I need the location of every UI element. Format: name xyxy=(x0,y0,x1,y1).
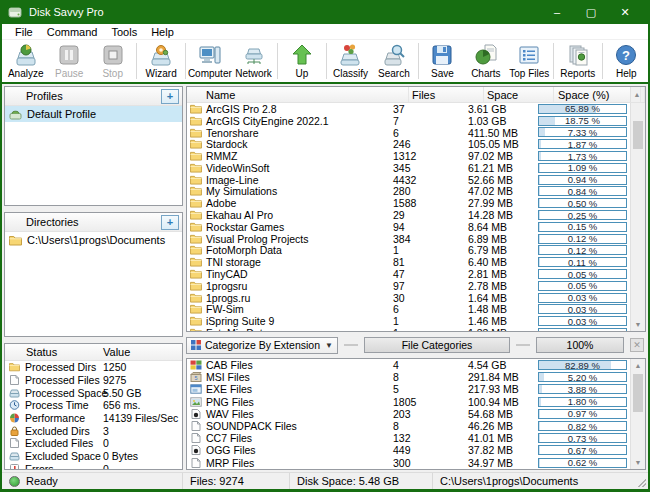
column-header-space-pct[interactable]: Space (%) xyxy=(554,87,630,102)
table-row[interactable]: iSpring Suite 9 1 1.46 MB 0.03 % xyxy=(187,315,630,327)
network-icon xyxy=(242,43,266,67)
table-row[interactable]: 1progs.ru 30 1.64 MB 0.03 % xyxy=(187,292,630,304)
menu-item-file[interactable]: File xyxy=(8,26,40,38)
toolbar-button-charts[interactable]: Charts xyxy=(464,41,507,82)
table-row[interactable]: EXE Files 5 217.93 MB 3.88 % xyxy=(187,383,630,395)
scrollbar-thumb[interactable] xyxy=(633,121,643,149)
table-row[interactable]: OGG Files 449 37.82 MB 0.67 % xyxy=(187,444,630,456)
status-row[interactable]: Processed Files 9275 xyxy=(5,374,182,387)
status-row[interactable]: Performance 14139 Files/Sec xyxy=(5,412,182,425)
profile-item[interactable]: Default Profile xyxy=(5,106,182,122)
status-row[interactable]: Excluded Files 0 xyxy=(5,437,182,450)
space-percent-bar: 0.73 % xyxy=(538,433,627,443)
table-row[interactable]: Adobe 1588 27.99 MB 0.50 % xyxy=(187,197,630,209)
table-row[interactable]: TNI storage 81 6.40 MB 0.11 % xyxy=(187,256,630,268)
status-row[interactable]: Excluded Dirs 3 xyxy=(5,424,182,437)
categorize-dropdown[interactable]: Categorize By Extension ▼ xyxy=(186,337,338,354)
error-icon xyxy=(9,464,20,470)
folder-icon xyxy=(190,257,202,267)
computer-icon xyxy=(198,43,222,67)
status-row[interactable]: Processed Dirs 1250 xyxy=(5,361,182,374)
scroll-down-arrow[interactable]: ▼ xyxy=(631,456,645,469)
status-row[interactable]: Excluded Space 0 Bytes xyxy=(5,450,182,463)
toolbar-button-wizard[interactable]: Wizard xyxy=(139,41,182,82)
save-icon xyxy=(430,43,454,67)
table-row[interactable]: Tenorshare 6 411.50 MB 7.33 % xyxy=(187,127,630,139)
directory-item[interactable]: C:\Users\1progs\Documents xyxy=(5,232,182,248)
toolbar-button-classify[interactable]: Classify xyxy=(329,41,372,82)
table-row[interactable]: 1progsru 97 2.78 MB 0.05 % xyxy=(187,280,630,292)
table-row[interactable]: PNG Files 1805 100.94 MB 1.80 % xyxy=(187,396,630,408)
add-profile-button[interactable]: + xyxy=(161,89,179,104)
table-row[interactable]: ArcGIS CityEngine 2022.1 7 1.03 GB 18.75… xyxy=(187,115,630,127)
table-row[interactable]: Image-Line 4432 52.66 MB 0.94 % xyxy=(187,174,630,186)
column-header-files[interactable]: Files xyxy=(409,87,484,102)
status-panel: Status Value Processed Dirs 1250 Process… xyxy=(4,343,183,470)
table-row[interactable]: Rockstar Games 94 8.64 MB 0.15 % xyxy=(187,221,630,233)
toolbar-button-help[interactable]: ? Help xyxy=(605,41,648,82)
table-row[interactable]: TinyCAD 47 2.81 MB 0.05 % xyxy=(187,268,630,280)
column-header-space[interactable]: Space xyxy=(484,87,554,102)
close-button[interactable]: ✕ xyxy=(608,0,642,24)
splitter-handle[interactable] xyxy=(344,344,358,346)
maximize-button[interactable]: ▢ xyxy=(574,0,608,24)
space-percent-bar: 18.75 % xyxy=(538,116,627,126)
msi-icon: 5 xyxy=(190,372,202,382)
space-percent-bar: 0.94 % xyxy=(538,175,627,185)
table-row[interactable]: Stardock 246 105.05 MB 1.87 % xyxy=(187,138,630,150)
menu-item-command[interactable]: Command xyxy=(40,26,105,38)
menu-item-tools[interactable]: Tools xyxy=(104,26,144,38)
table-row[interactable]: CAB Files 4 4.54 GB 82.89 % xyxy=(187,359,630,371)
toolbar-button-analyze[interactable]: Analyze xyxy=(4,41,47,82)
minimize-button[interactable]: – xyxy=(540,0,574,24)
status-row[interactable]: Process Time 656 ms. xyxy=(5,399,182,412)
table-row[interactable]: WAV Files 203 54.68 MB 0.97 % xyxy=(187,408,630,420)
file-list-scrollbar[interactable]: ▼ xyxy=(630,103,645,331)
table-row[interactable]: Ekahau AI Pro 29 14.28 MB 0.25 % xyxy=(187,209,630,221)
table-row[interactable]: SOUNDPACK Files 8 46.26 MB 0.82 % xyxy=(187,420,630,432)
classify-icon xyxy=(338,43,362,67)
space-percent-bar: 0.67 % xyxy=(538,445,627,455)
top-files-icon xyxy=(517,43,541,67)
space-percent-bar: 0.62 % xyxy=(538,458,627,468)
categorize-grid-icon xyxy=(191,340,201,350)
toolbar-separator xyxy=(185,43,186,79)
scroll-up-arrow[interactable]: ▲ xyxy=(631,359,645,372)
toolbar-button-save[interactable]: Save xyxy=(421,41,464,82)
splitter-handle[interactable] xyxy=(516,344,530,346)
toolbar-button-up[interactable]: Up xyxy=(280,41,323,82)
table-row[interactable]: My Simulations 280 47.02 MB 0.84 % xyxy=(187,186,630,198)
table-row[interactable]: CC7 Files 132 41.01 MB 0.73 % xyxy=(187,432,630,444)
toolbar-button-network[interactable]: Network xyxy=(232,41,275,82)
toolbar-button-computer[interactable]: Computer xyxy=(188,41,232,82)
table-row[interactable]: ArcGIS Pro 2.8 37 3.61 GB 65.89 % xyxy=(187,103,630,115)
resize-grip[interactable] xyxy=(638,479,646,487)
menu-item-help[interactable]: Help xyxy=(144,26,181,38)
analyze-icon xyxy=(14,43,38,67)
table-row[interactable]: FW-Sim 6 1.48 MB 0.03 % xyxy=(187,304,630,316)
close-categories-icon[interactable]: ✕ xyxy=(630,338,644,352)
scrollbar-thumb[interactable] xyxy=(633,374,643,412)
add-directory-button[interactable]: + xyxy=(161,215,179,230)
table-row[interactable]: FotoMix Data 1 1.33 MB 0.03 % xyxy=(187,327,630,331)
table-row[interactable]: Visual Prolog Projects 384 6.89 MB 0.12 … xyxy=(187,233,630,245)
status-row[interactable]: Processed Space 5.50 GB xyxy=(5,386,182,399)
toolbar-button-search[interactable]: Search xyxy=(372,41,415,82)
category-list-scrollbar[interactable]: ▲ ▼ xyxy=(630,359,645,469)
file-categories-button[interactable]: File Categories xyxy=(364,337,510,353)
profiles-title: Profiles xyxy=(26,90,63,102)
table-row[interactable]: RMMZ 1312 97.02 MB 1.73 % xyxy=(187,150,630,162)
table-row[interactable]: 5MSI Files 8 291.84 MB 5.20 % xyxy=(187,371,630,383)
toolbar-button-reports[interactable]: Reports xyxy=(556,41,599,82)
table-row[interactable]: VideoWinSoft 345 61.21 MB 1.09 % xyxy=(187,162,630,174)
file-icon xyxy=(190,421,202,431)
ready-status-icon xyxy=(9,476,20,487)
toolbar-button-top-files[interactable]: Top Files xyxy=(508,41,551,82)
table-row[interactable]: FotoMorph Data 1 6.79 MB 0.12 % xyxy=(187,245,630,257)
table-row[interactable]: MRP Files 300 34.97 MB 0.62 % xyxy=(187,457,630,469)
window-title: Disk Savvy Pro xyxy=(29,6,104,18)
status-row[interactable]: Errors 0 xyxy=(5,463,182,471)
column-header-name[interactable]: Name xyxy=(187,87,409,102)
scroll-down-arrow[interactable]: ▼ xyxy=(631,318,645,331)
zoom-level-button[interactable]: 100% xyxy=(536,337,624,353)
